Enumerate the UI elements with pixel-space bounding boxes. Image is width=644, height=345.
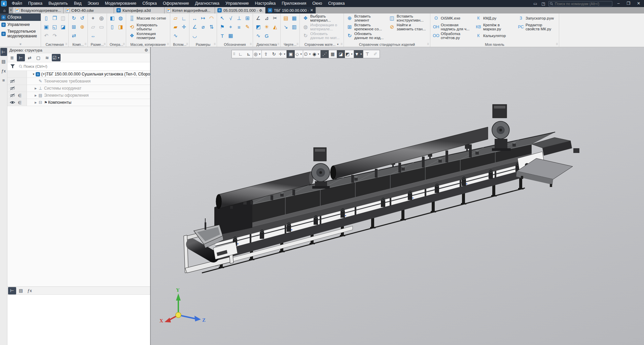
- fix-component-icon[interactable]: ▱: [89, 23, 97, 31]
- deviation-icon[interactable]: ✳: [262, 23, 271, 31]
- menu-оформление[interactable]: Оформление: [160, 0, 192, 7]
- document-tab-5[interactable]: 05.0105.00.01.000 - Ф...: [215, 7, 265, 13]
- calculator-button[interactable]: ККалькулятор: [474, 31, 515, 40]
- menu-справка[interactable]: Справка: [325, 0, 348, 7]
- group-grip-icon[interactable]: ⠿: [123, 43, 125, 46]
- print-icon[interactable]: ▣: [42, 23, 50, 31]
- layout-windows-icon[interactable]: ▭: [532, 1, 538, 6]
- screen-settings-icon[interactable]: ◳: [540, 1, 546, 6]
- datum-icon[interactable]: ⊥: [235, 14, 243, 23]
- group-grip-icon[interactable]: ⠿: [427, 43, 429, 46]
- parameters-tab-icon[interactable]: ▤: [17, 287, 25, 294]
- main-menu-icon[interactable]: ≡: [0, 76, 7, 84]
- group-grip-icon[interactable]: ⠿: [556, 43, 558, 46]
- offset-plane-icon[interactable]: ▰: [171, 23, 180, 31]
- check-intersection-icon[interactable]: ✂: [271, 14, 279, 23]
- expand-arrow-icon[interactable]: ▶: [34, 87, 38, 90]
- table-icon[interactable]: ▦: [226, 31, 235, 40]
- new-document-icon[interactable]: ▯: [42, 14, 50, 23]
- save-icon[interactable]: ◫: [59, 14, 67, 23]
- tree-search-input[interactable]: [17, 64, 150, 68]
- tree-item-3[interactable]: ∈▶▤Элементы оформления: [7, 92, 150, 99]
- select-material-button[interactable]: ❖Выбрать материал...: [301, 14, 343, 23]
- kmd-button[interactable]: ККМД.ру: [474, 14, 515, 23]
- hidden-eye-icon[interactable]: [10, 79, 15, 83]
- tree-root-item[interactable]: ▼(+)ТБГ 150.00.00.000 Сушильная установк…: [7, 71, 150, 78]
- tab-close-icon[interactable]: ✕: [310, 8, 313, 12]
- axis-line-icon[interactable]: ≡: [235, 23, 243, 31]
- linear-dimension-icon[interactable]: ↦: [199, 14, 207, 23]
- new-drawing-icon[interactable]: ▤: [282, 14, 290, 23]
- hidden-eye-icon[interactable]: [10, 86, 15, 90]
- mode-solid-modeling[interactable]: Твердотельное моделирование: [0, 28, 41, 39]
- print-preview-icon[interactable]: ◱: [50, 23, 59, 31]
- roughness-icon[interactable]: √: [226, 14, 235, 23]
- fillet-icon[interactable]: ◨: [116, 23, 125, 31]
- menu-вид[interactable]: Вид: [71, 0, 85, 7]
- revolve-icon[interactable]: ◍: [116, 14, 125, 23]
- measure-curve-icon[interactable]: ∿: [254, 31, 262, 40]
- group-grip-icon[interactable]: ⠿: [84, 43, 86, 46]
- close-button[interactable]: ✕: [635, 0, 643, 7]
- open-document-icon[interactable]: ❐: [50, 14, 59, 23]
- update-items-button[interactable]: ↻Обновить данные по изд...: [345, 31, 387, 40]
- group-grip-icon[interactable]: ⠿: [296, 43, 298, 46]
- relations-icon[interactable]: ⇄: [26, 54, 34, 61]
- report-processing-button[interactable]: ОООбработка отчётов.ру: [431, 31, 473, 40]
- local-cs-icon[interactable]: ✛: [180, 23, 188, 31]
- document-tab-6[interactable]: ТБГ 150.00.00.000 - И...✕: [265, 7, 316, 13]
- title-block-button[interactable]: ОНОсновная надпись для ч...: [431, 23, 473, 31]
- variables-tab-icon[interactable]: ƒx: [26, 287, 34, 294]
- parameters-panel-icon[interactable]: ▤: [0, 57, 7, 65]
- expand-arrow-icon[interactable]: ▶: [34, 94, 38, 97]
- curvature-icon[interactable]: ◭: [271, 23, 279, 31]
- tree-item-4[interactable]: ∈▶⊟⚑Компоненты: [7, 99, 150, 106]
- group-grip-icon[interactable]: ⠿: [104, 43, 106, 46]
- move-component-icon[interactable]: ⇄: [70, 31, 78, 40]
- group-grip-icon[interactable]: ⠿: [250, 43, 252, 46]
- tree-filter-funnel-icon[interactable]: [7, 64, 17, 69]
- menu-управление[interactable]: Управление: [222, 0, 252, 7]
- align-icon[interactable]: ▭: [97, 23, 106, 31]
- group-grip-icon[interactable]: ⠿: [186, 43, 188, 46]
- group-grip-icon[interactable]: ⠿: [214, 43, 216, 46]
- structure-tree-icon[interactable]: ⊢: [17, 54, 25, 61]
- report-table-icon[interactable]: ▥: [290, 23, 298, 31]
- tree-item-1[interactable]: ✎Технические требования: [7, 78, 150, 85]
- tree-panel-icon[interactable]: ⊢: [0, 48, 7, 56]
- visible-eye-icon[interactable]: [10, 100, 15, 104]
- rebuild-icon[interactable]: ↻: [70, 14, 78, 23]
- group-grip-icon[interactable]: ⠿: [341, 43, 343, 46]
- tree-item-2[interactable]: ▶⊥Системы координат: [7, 85, 150, 92]
- menu-моделирование[interactable]: Моделирование: [102, 0, 140, 7]
- expand-arrow-icon[interactable]: ▼: [32, 73, 36, 76]
- add-component-icon[interactable]: ⊞: [70, 23, 78, 31]
- mk-properties-editor-button[interactable]: РСРедактор свойств МК.ру: [516, 23, 558, 31]
- included-icon[interactable]: ∈: [18, 100, 22, 105]
- radial-dimension-icon[interactable]: ◠: [207, 14, 216, 23]
- grid-array-button[interactable]: ⣿Массив по сетке: [127, 14, 169, 23]
- tree-tab-icon[interactable]: ⊢: [8, 287, 16, 294]
- hidden-eye-icon[interactable]: [10, 93, 15, 97]
- menu-правка[interactable]: Правка: [25, 0, 45, 7]
- mate-icon[interactable]: ◎: [97, 14, 106, 23]
- document-tab-4[interactable]: Котел водогрейный...: [165, 7, 215, 13]
- display-filter-icon[interactable]: ☑▼: [52, 54, 61, 61]
- mode-management[interactable]: Управление: [0, 21, 41, 28]
- menu-диагностика[interactable]: Диагностика: [192, 0, 222, 7]
- rebuild-all-icon[interactable]: ↺: [78, 14, 86, 23]
- marking-icon[interactable]: ⚑: [218, 23, 226, 31]
- undo-icon[interactable]: ↶: [42, 31, 50, 40]
- save-as-icon[interactable]: ◪: [59, 23, 67, 31]
- material-info-button[interactable]: ◍Информация о материале...: [301, 23, 343, 31]
- add-from-file-icon[interactable]: ⊕: [78, 23, 86, 31]
- cs-icon[interactable]: ∟: [180, 14, 188, 23]
- insert-structural-button[interactable]: ◫Вставить конструктивн...: [387, 14, 429, 23]
- group-grip-icon[interactable]: ⠿: [65, 43, 67, 46]
- insert-element-button[interactable]: ⊕Вставить элемент: [345, 14, 387, 23]
- menu-файл[interactable]: Файл: [9, 0, 25, 7]
- check-distance-icon[interactable]: ⊿: [262, 14, 271, 23]
- included-icon[interactable]: ∈: [18, 93, 22, 98]
- placement-icon[interactable]: ⌖: [89, 14, 97, 23]
- home-dropdown-icon[interactable]: ▼: [9, 7, 13, 13]
